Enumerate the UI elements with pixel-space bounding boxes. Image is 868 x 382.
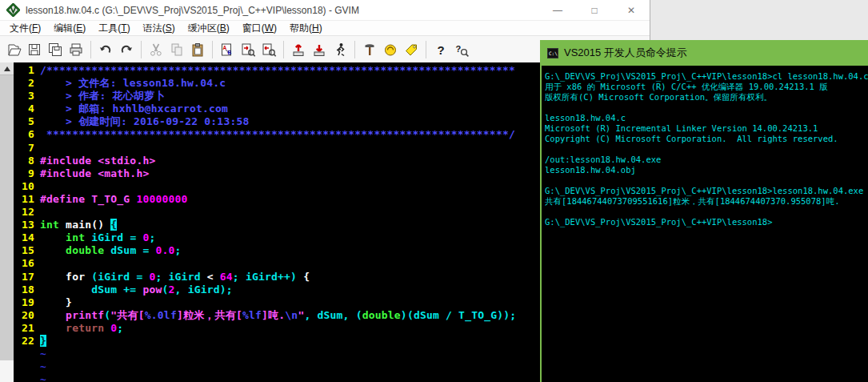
console-line [545,103,868,113]
line-number: 4 [14,103,34,115]
line-number: 13 [14,219,34,231]
toolbar-find-help-icon[interactable]: ? [451,39,472,60]
menu-s[interactable]: 语法(S) [137,21,182,36]
console-titlebar[interactable]: C:\ VS2015 开发人员命令提示 [542,40,868,66]
toolbar-separator [426,41,426,58]
line-number: 22 [14,335,34,348]
text-cursor: } [40,335,46,347]
menu-f[interactable]: 文件(F) [3,21,47,36]
line-number: 3 [14,90,34,103]
toolbar-find-replace-icon[interactable]: AB [217,39,238,60]
console-line [545,144,868,155]
line-number: 20 [14,309,34,322]
console-output: G:\_DEV\VS_Proj\VS2015_Proj\_C++VIP\less… [542,66,868,227]
line-number: 1 [14,64,34,77]
console-line: lesson18.hw.04.c [545,113,868,123]
gvim-titlebar[interactable]: lesson18.hw.04.c (G:\_DEV\VS_Proj\VS2015… [0,0,650,21]
line-number: 16 [14,257,34,270]
toolbar-open-icon[interactable] [3,39,24,60]
console-line: G:\_DEV\VS_Proj\VS2015_Proj\_C++VIP\less… [545,71,868,82]
console-line: 用于 x86 的 Microsoft (R) C/C++ 优化编译器 19.00… [545,82,868,92]
cmd-prompt-icon: C:\ [547,48,558,58]
console-line: lesson18.hw.04.obj [545,165,868,175]
toolbar-redo-icon[interactable] [116,39,137,60]
vim-logo-icon [6,3,20,17]
scrollbar-track[interactable] [0,360,14,382]
toolbar-make-icon[interactable] [359,39,380,60]
toolbar-find-prev-icon[interactable] [258,39,279,60]
gvim-title: lesson18.hw.04.c (G:\_DEV\VS_Proj\VS2015… [26,5,359,16]
line-number: 8 [14,155,34,167]
line-number: 11 [14,193,34,206]
console-line: 版权所有(C) Microsoft Corporation。保留所有权利。 [545,92,868,103]
svg-text:?: ? [438,42,445,56]
toolbar-save-all-icon[interactable] [45,39,66,60]
maximize-button[interactable]: □ [576,0,613,20]
toolbar-save-icon[interactable] [24,39,45,60]
line-number: 7 [14,142,34,155]
toolbar-copy-icon[interactable] [166,39,187,60]
menu-t[interactable]: 工具(T) [92,21,136,36]
line-number: 15 [14,244,34,257]
toolbar-paste-icon[interactable] [187,39,208,60]
toolbar-help-icon[interactable]: ? [430,39,451,60]
left-scrollbar[interactable] [0,62,14,382]
svg-text:?: ? [456,43,462,53]
console-line: G:\_DEV\VS_Proj\VS2015_Proj\_C++VIP\less… [545,186,868,196]
line-number: 14 [14,231,34,244]
up-triangle-icon [4,66,10,71]
scrollbar-up-arrow[interactable] [0,62,14,75]
toolbar-separator [212,41,213,58]
console-line [545,175,868,186]
scrollbar-thumb[interactable] [0,75,14,360]
line-number: 12 [14,206,34,219]
line-number: 17 [14,271,34,283]
toolbar-separator [141,41,142,58]
minimize-button[interactable]: — [539,0,576,20]
menu-e[interactable]: 编辑(E) [47,21,92,36]
menu-h[interactable]: 帮助(H) [283,21,329,36]
toolbar-load-session-icon[interactable] [288,39,309,60]
console-line [545,207,868,217]
toolbar-undo-icon[interactable] [95,39,116,60]
console-window: C:\ VS2015 开发人员命令提示 G:\_DEV\VS_Proj\VS20… [540,40,868,382]
console-line: Copyright (C) Microsoft Corporation. All… [545,134,868,144]
line-number: 5 [14,115,34,128]
console-line: /out:lesson18.hw.04.exe [545,155,868,165]
console-line: G:\_DEV\VS_Proj\VS2015_Proj\_C++VIP\less… [545,217,868,227]
line-number: 19 [14,296,34,309]
toolbar-find-next-icon[interactable] [238,39,258,60]
gvim-window-controls: —□✕ [539,0,650,20]
console-line: 共有[18446744073709551616]粒米，共有[1844674407… [545,196,868,207]
toolbar-run-script-icon[interactable] [330,39,350,60]
toolbar-separator [283,41,284,58]
menu-bar: 文件(F)编辑(E)工具(T)语法(S)缓冲区(B)窗口(W)帮助(H) [0,21,650,36]
menu-w[interactable]: 窗口(W) [236,21,283,36]
console-title: VS2015 开发人员命令提示 [564,46,687,60]
line-number: 6 [14,128,34,141]
menu-b[interactable]: 缓冲区(B) [182,21,236,36]
svg-text:B: B [228,50,232,55]
console-line: Microsoft (R) Incremental Linker Version… [545,123,868,134]
line-number: 10 [14,180,34,193]
close-button[interactable]: ✕ [613,0,650,20]
line-number: 18 [14,283,34,296]
toolbar-tag-jump-icon[interactable] [401,39,422,60]
toolbar-save-session-icon[interactable] [309,39,330,60]
toolbar-separator [90,41,91,58]
toolbar-separator [354,41,355,58]
line-number: 2 [14,77,34,90]
toolbar-cut-icon[interactable] [146,39,166,60]
line-number: 21 [14,322,34,335]
svg-text:A: A [223,44,227,50]
line-number: 9 [14,167,34,180]
toolbar-print-icon[interactable] [66,39,86,60]
toolbar-run-ctags-icon[interactable] [380,39,401,60]
